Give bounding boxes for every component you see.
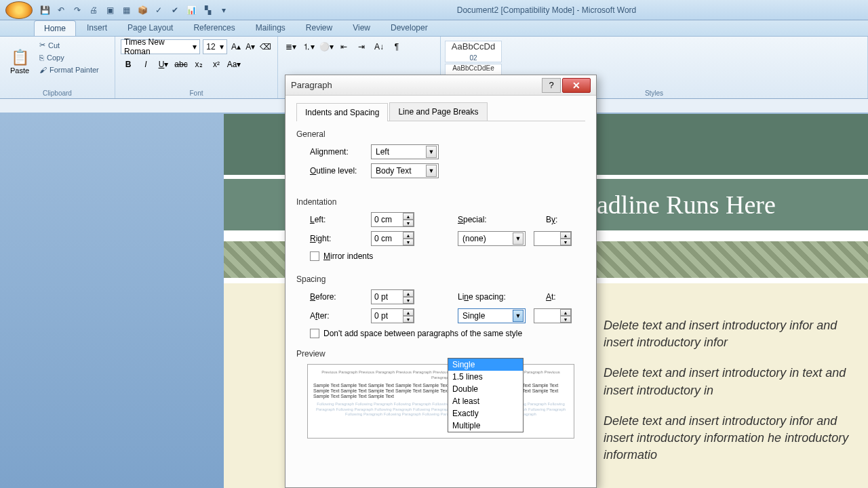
tab-insert[interactable]: Insert: [77, 20, 117, 36]
decrease-indent-button[interactable]: ⇤: [336, 39, 351, 54]
font-size-combo[interactable]: 12▾: [203, 39, 227, 54]
undo-icon[interactable]: ↶: [54, 3, 68, 17]
bold-button[interactable]: B: [121, 57, 136, 72]
at-spinner[interactable]: ▲▼: [534, 308, 572, 323]
redo-icon[interactable]: ↷: [71, 3, 84, 17]
brush-icon: 🖌: [39, 66, 47, 74]
office-button[interactable]: [5, 1, 33, 19]
tab-page-layout[interactable]: Page Layout: [118, 20, 182, 36]
check-icon[interactable]: ✔: [168, 3, 182, 17]
indent-left-spinner[interactable]: 0 cm▲▼: [371, 212, 414, 227]
dont-add-space-checkbox[interactable]: [310, 329, 319, 338]
increase-indent-button[interactable]: ⇥: [354, 39, 369, 54]
strikethrough-button[interactable]: abc: [174, 57, 189, 72]
clipboard-group: 📋 Paste ✂Cut ⎘Copy 🖌Format Painter Clipb…: [0, 37, 115, 98]
spinner-up-icon[interactable]: ▲: [403, 232, 414, 239]
dialog-title: Paragraph: [291, 80, 542, 90]
title-bar: 💾 ↶ ↷ 🖨 ▣ ▦ 📦 ✓ ✔ 📊 ▚ ▾ Document2 [Compa…: [0, 0, 868, 20]
sort-button[interactable]: A↓: [372, 39, 387, 54]
dropdown-option-multiple[interactable]: Multiple: [448, 420, 523, 432]
tab-mailings[interactable]: Mailings: [246, 20, 295, 36]
style-item[interactable]: AaBbCcDd02: [445, 41, 502, 62]
paste-button[interactable]: 📋 Paste: [5, 39, 34, 84]
mirror-indents-checkbox[interactable]: [310, 251, 319, 261]
italic-button[interactable]: I: [138, 57, 153, 72]
dropdown-option-at-least[interactable]: At least: [448, 395, 523, 407]
dropdown-option-double[interactable]: Double: [448, 383, 523, 395]
preview-icon[interactable]: ▣: [103, 3, 117, 17]
cut-button[interactable]: ✂Cut: [37, 39, 102, 51]
dialog-titlebar[interactable]: Paragraph ? ✕: [285, 75, 596, 96]
underline-button[interactable]: U▾: [156, 57, 171, 72]
tab-home[interactable]: Home: [34, 20, 76, 36]
save-icon[interactable]: 💾: [38, 3, 52, 17]
before-spinner[interactable]: 0 pt▲▼: [371, 289, 414, 304]
after-spinner[interactable]: 0 pt▲▼: [371, 308, 414, 323]
font-name-combo[interactable]: Times New Roman▾: [121, 39, 200, 54]
tab-line-page-breaks[interactable]: Line and Page Breaks: [389, 102, 487, 121]
preview-label: Preview: [296, 349, 585, 359]
bullets-button[interactable]: ≣▾: [283, 39, 298, 54]
dropdown-option-exactly[interactable]: Exactly: [448, 407, 523, 420]
grow-font-button[interactable]: A▴: [230, 39, 241, 54]
outline-level-combo[interactable]: Body Text▼: [371, 163, 439, 178]
dialog-body: Indents and Spacing Line and Page Breaks…: [285, 96, 596, 487]
chevron-down-icon: ▼: [513, 232, 524, 245]
qat-dropdown-icon[interactable]: ▾: [217, 3, 231, 17]
print-icon[interactable]: 🖨: [87, 3, 100, 17]
tab-indents-spacing[interactable]: Indents and Spacing: [296, 103, 388, 121]
spinner-up-icon[interactable]: ▲: [403, 309, 414, 316]
spinner-down-icon[interactable]: ▼: [403, 220, 414, 226]
dialog-help-button[interactable]: ?: [542, 78, 561, 93]
shrink-font-button[interactable]: A▾: [245, 39, 256, 54]
indent-right-label: Right:: [310, 234, 363, 243]
spellcheck-icon[interactable]: ✓: [152, 3, 165, 17]
by-spinner[interactable]: ▲▼: [534, 231, 572, 246]
superscript-button[interactable]: x²: [209, 57, 224, 72]
tab-references[interactable]: References: [184, 20, 244, 36]
spinner-up-icon[interactable]: ▲: [560, 309, 571, 316]
special-combo[interactable]: (none)▼: [458, 231, 526, 246]
spinner-up-icon[interactable]: ▲: [403, 290, 414, 297]
apps-icon[interactable]: ▚: [201, 3, 214, 17]
format-painter-button[interactable]: 🖌Format Painter: [37, 64, 102, 75]
doc-paragraph[interactable]: Delete text and insert introductory in t…: [604, 365, 854, 399]
doc-paragraph[interactable]: Delete text and insert introductory info…: [604, 317, 854, 351]
spinner-down-icon[interactable]: ▼: [403, 316, 414, 323]
spinner-up-icon[interactable]: ▲: [560, 232, 571, 239]
copy-button[interactable]: ⎘Copy: [37, 52, 102, 63]
dropdown-option-single[interactable]: Single: [448, 359, 523, 371]
chart-icon[interactable]: 📊: [184, 3, 198, 17]
tab-developer[interactable]: Developer: [381, 20, 437, 36]
clear-formatting-button[interactable]: ⌫: [259, 39, 272, 54]
numbering-button[interactable]: ⒈▾: [301, 39, 316, 54]
line-spacing-dropdown[interactable]: Single 1.5 lines Double At least Exactly…: [448, 358, 524, 432]
subscript-button[interactable]: x₂: [191, 57, 206, 72]
multilevel-button[interactable]: ⚪▾: [319, 39, 334, 54]
dropdown-option-1-5[interactable]: 1.5 lines: [448, 371, 523, 383]
box-icon[interactable]: 📦: [136, 3, 149, 17]
show-marks-button[interactable]: ¶: [389, 39, 404, 54]
change-case-button[interactable]: Aa▾: [226, 57, 241, 72]
line-spacing-combo[interactable]: Single▼: [458, 308, 526, 323]
indent-left-label: Left:: [310, 215, 363, 224]
preview-following: Following Paragraph Following Paragraph …: [313, 402, 568, 418]
dialog-close-button[interactable]: ✕: [562, 78, 591, 93]
alignment-combo[interactable]: Left▼: [371, 144, 439, 159]
table-icon[interactable]: ▦: [119, 3, 133, 17]
paragraph-dialog: Paragraph ? ✕ Indents and Spacing Line a…: [285, 75, 597, 488]
font-label: Font: [115, 89, 277, 97]
indent-right-spinner[interactable]: 0 cm▲▼: [371, 231, 414, 246]
spinner-up-icon[interactable]: ▲: [403, 213, 414, 220]
paste-icon: 📋: [11, 49, 29, 66]
spinner-down-icon[interactable]: ▼: [560, 316, 571, 323]
general-section-label: General: [296, 129, 585, 139]
copy-icon: ⎘: [39, 54, 44, 62]
tab-view[interactable]: View: [343, 20, 380, 36]
clipboard-label: Clipboard: [0, 89, 115, 97]
doc-paragraph[interactable]: Delete text and insert introductory info…: [604, 413, 854, 464]
spinner-down-icon[interactable]: ▼: [560, 239, 571, 245]
spinner-down-icon[interactable]: ▼: [403, 297, 414, 304]
tab-review[interactable]: Review: [296, 20, 342, 36]
spinner-down-icon[interactable]: ▼: [403, 239, 414, 245]
